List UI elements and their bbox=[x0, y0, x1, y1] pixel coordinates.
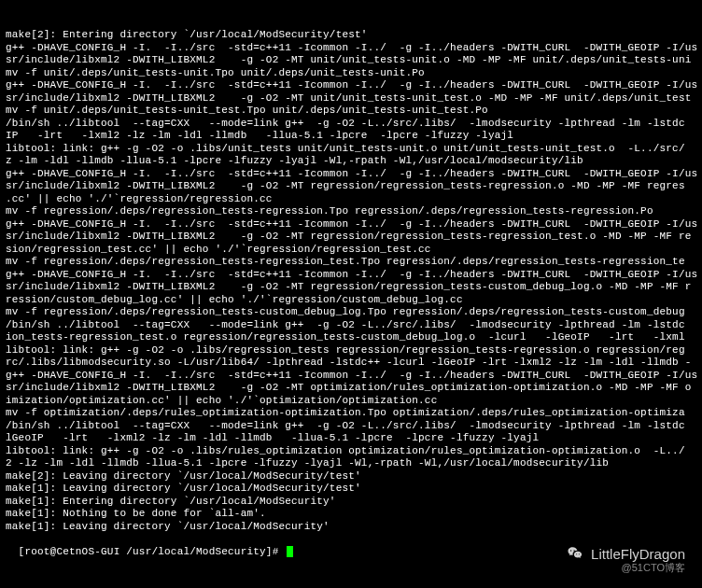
terminal-line: 2 -lz -lm -ldl -llmdb -llua-5.1 -lpcre -… bbox=[6, 457, 696, 470]
terminal-line: sr/include/libxml2 -DWITH_LIBXML2 -g -O2… bbox=[6, 180, 696, 193]
terminal-line: mv -f optimization/.deps/rules_optimizat… bbox=[6, 407, 696, 420]
terminal-line: make[1]: Leaving directory `/usr/local/M… bbox=[6, 483, 696, 496]
terminal-line: g++ -DHAVE_CONFIG_H -I. -I../src -std=c+… bbox=[6, 42, 696, 55]
watermark-name: LittleFlyDragon bbox=[591, 546, 685, 562]
terminal-line: sion/regression_test.cc' || echo './'`re… bbox=[6, 244, 696, 257]
terminal-line: g++ -DHAVE_CONFIG_H -I. -I../src -std=c+… bbox=[6, 168, 696, 181]
wechat-icon bbox=[565, 545, 585, 562]
terminal-line: /bin/sh ../libtool --tag=CXX --mode=link… bbox=[6, 420, 696, 433]
terminal-line: make[2]: Leaving directory `/usr/local/M… bbox=[6, 470, 696, 483]
cursor-block bbox=[287, 546, 293, 557]
terminal-line: imization/optimization.cc' || echo './'`… bbox=[6, 395, 696, 408]
terminal-line: libtool: link: g++ -g -O2 -o .libs/rules… bbox=[6, 445, 696, 458]
terminal-line: mv -f unit/.deps/unit_tests-unit.Tpo uni… bbox=[6, 67, 696, 80]
terminal-line: libtool: link: g++ -g -O2 -o .libs/regre… bbox=[6, 344, 696, 357]
terminal-line: sr/include/libxml2 -DWITH_LIBXML2 -g -O2… bbox=[6, 92, 696, 105]
terminal-line: make[2]: Entering directory `/usr/local/… bbox=[6, 29, 696, 42]
terminal-line: mv -f regression/.deps/regression_tests-… bbox=[6, 205, 696, 218]
terminal-line: g++ -DHAVE_CONFIG_H -I. -I../src -std=c+… bbox=[6, 269, 696, 282]
terminal-line: make[1]: Nothing to be done for `all-am'… bbox=[6, 508, 696, 521]
terminal-line: mv -f regression/.deps/regression_tests-… bbox=[6, 256, 696, 269]
terminal-line: IP -lrt -lxml2 -lz -lm -ldl -llmdb -llua… bbox=[6, 130, 696, 143]
terminal-line: sr/include/libxml2 -DWITH_LIBXML2 -g -O2… bbox=[6, 54, 696, 67]
terminal-line: g++ -DHAVE_CONFIG_H -I. -I../src -std=c+… bbox=[6, 370, 696, 383]
terminal-line: g++ -DHAVE_CONFIG_H -I. -I../src -std=c+… bbox=[6, 218, 696, 231]
terminal-line: make[1]: Leaving directory `/usr/local/M… bbox=[6, 521, 696, 534]
terminal-output[interactable]: make[2]: Entering directory `/usr/local/… bbox=[0, 0, 702, 562]
terminal-line: .cc' || echo './'`regression/regression.… bbox=[6, 193, 696, 206]
terminal-line: make[1]: Entering directory `/usr/local/… bbox=[6, 496, 696, 509]
terminal-line: sr/include/libxml2 -DWITH_LIBXML2 -g -O2… bbox=[6, 231, 696, 244]
terminal-line: lGeoIP -lrt -lxml2 -lz -lm -ldl -llmdb -… bbox=[6, 432, 696, 445]
terminal-line: sr/include/libxml2 -DWITH_LIBXML2 -g -O2… bbox=[6, 281, 696, 294]
shell-prompt[interactable]: [root@CetnOS-GUI /usr/local/ModSecurity]… bbox=[19, 546, 286, 557]
watermark: LittleFlyDragon bbox=[565, 545, 685, 562]
terminal-line: ression/custom_debug_log.cc' || echo './… bbox=[6, 294, 696, 307]
terminal-line: sr/include/libxml2 -DWITH_LIBXML2 -g -O2… bbox=[6, 382, 696, 395]
terminal-line: /bin/sh ../libtool --tag=CXX --mode=link… bbox=[6, 319, 696, 332]
terminal-line: z -lm -ldl -llmdb -llua-5.1 -lpcre -lfuz… bbox=[6, 155, 696, 168]
terminal-line: /bin/sh ../libtool --tag=CXX --mode=link… bbox=[6, 118, 696, 131]
terminal-line: rc/.libs/libmodsecurity.so -L/usr/lib64/… bbox=[6, 357, 696, 370]
watermark-sub: @51CTO博客 bbox=[622, 561, 685, 575]
terminal-line: mv -f regression/.deps/regression_tests-… bbox=[6, 306, 696, 319]
terminal-line: mv -f unit/.deps/unit_tests-unit_test.Tp… bbox=[6, 105, 696, 118]
terminal-line: libtool: link: g++ -g -O2 -o .libs/unit_… bbox=[6, 143, 696, 156]
terminal-line: ion_tests-regression_test.o regression/r… bbox=[6, 331, 696, 344]
terminal-line: g++ -DHAVE_CONFIG_H -I. -I../src -std=c+… bbox=[6, 79, 696, 92]
